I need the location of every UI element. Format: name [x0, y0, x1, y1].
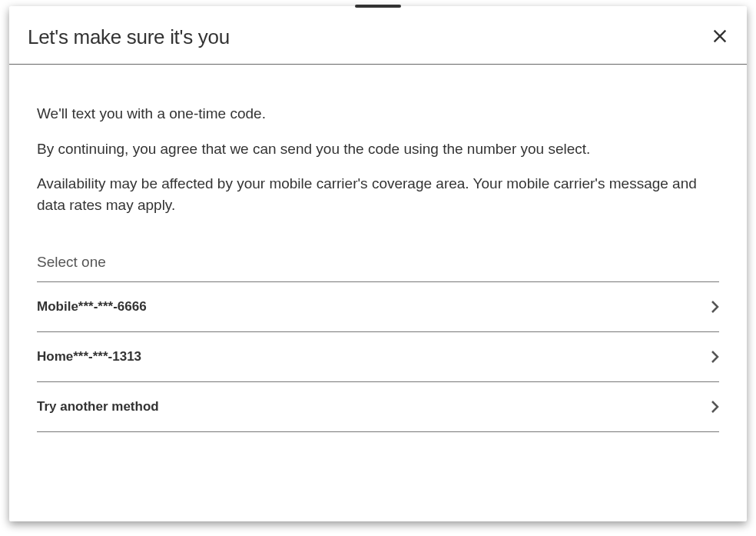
chevron-right-icon — [711, 300, 719, 314]
close-button[interactable] — [708, 25, 731, 50]
drag-handle[interactable] — [355, 5, 401, 8]
option-label: Mobile***-***-6666 — [37, 299, 147, 315]
option-another-method[interactable]: Try another method — [37, 382, 719, 432]
select-section: Select one Mobile***-***-6666 Home***-**… — [37, 254, 719, 432]
modal-body: We'll text you with a one-time code. By … — [9, 65, 747, 455]
info-text-2: By continuing, you agree that we can sen… — [37, 138, 719, 160]
option-home[interactable]: Home***-***-1313 — [37, 332, 719, 382]
chevron-right-icon — [711, 350, 719, 364]
option-mobile[interactable]: Mobile***-***-6666 — [37, 282, 719, 332]
info-text-3: Availability may be affected by your mob… — [37, 173, 719, 215]
info-text-1: We'll text you with a one-time code. — [37, 103, 719, 125]
close-icon — [711, 28, 728, 47]
chevron-right-icon — [711, 400, 719, 414]
verification-modal: Let's make sure it's you We'll text you … — [9, 6, 747, 521]
modal-header: Let's make sure it's you — [9, 6, 747, 65]
option-label: Home***-***-1313 — [37, 349, 141, 365]
select-label: Select one — [37, 254, 719, 282]
modal-title: Let's make sure it's you — [28, 25, 230, 49]
option-label: Try another method — [37, 399, 159, 414]
